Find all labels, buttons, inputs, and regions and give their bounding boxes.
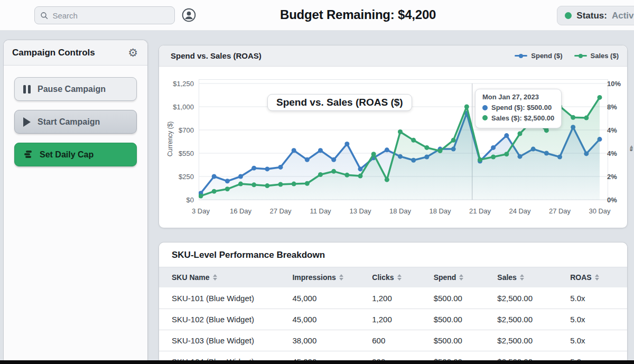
data-point[interactable] [251,182,256,187]
data-point[interactable] [331,169,336,174]
data-point[interactable] [305,181,310,186]
table-cell: 1,200 [372,294,433,303]
data-point[interactable] [292,148,296,153]
data-point[interactable] [491,155,496,160]
data-point[interactable] [251,166,256,171]
data-point[interactable] [265,166,269,171]
column-label: Clicks [372,273,394,282]
data-point[interactable] [318,172,323,177]
data-point[interactable] [598,95,602,100]
data-point[interactable] [331,157,336,162]
table-cell: 5.0x [570,294,627,303]
data-point[interactable] [478,157,482,162]
table-cell: 600 [372,336,433,345]
pause-campaign-button[interactable]: Pause Campaign [14,77,137,101]
column-header-sales[interactable]: Sales [497,273,570,282]
data-point[interactable] [504,133,509,138]
x-tick: 18 Day [389,207,411,215]
data-point[interactable] [225,179,230,183]
set-daily-cap-button[interactable]: Set Daily Cap [14,143,137,166]
search-input[interactable] [52,11,169,20]
data-point[interactable] [385,178,389,182]
x-tick: 16 Day [230,207,251,215]
data-point[interactable] [411,138,416,143]
data-point[interactable] [265,183,269,188]
data-point[interactable] [318,148,323,153]
data-point[interactable] [491,145,496,150]
series-dot-icon [482,115,488,120]
sort-icon [397,274,402,281]
data-point[interactable] [358,166,363,171]
column-header-roas[interactable]: ROAS [570,273,627,282]
data-point[interactable] [358,174,363,179]
data-point[interactable] [464,105,469,109]
table-cell: 1,200 [372,315,433,324]
data-point[interactable] [278,165,283,170]
legend-label: Sales ($) [591,52,619,60]
data-point[interactable] [385,147,389,152]
column-label: Sales [497,273,517,282]
data-point[interactable] [278,182,283,186]
top-bar: Budget Remaining: $4,200 Status: Active [0,0,634,31]
data-point[interactable] [212,174,217,179]
status-value: Active [612,11,634,21]
start-campaign-button[interactable]: Start Campaign [14,110,137,134]
x-tick: 24 Day [509,207,530,215]
table-cell: SKU-101 (Blue Widget) [172,294,292,303]
column-label: SKU Name [172,273,210,282]
status-badge: Status: Active [557,6,634,25]
search-icon [40,11,48,20]
x-tick: 21 Day [469,207,491,215]
data-point[interactable] [451,138,456,143]
x-axis-ticks: 3 Day16 Day27 Day11 Day13 Day18 Day18 Da… [199,207,608,218]
user-avatar-icon[interactable] [182,8,196,22]
data-point[interactable] [344,142,349,146]
button-label: Set Daily Cap [40,150,94,160]
column-header-impressions[interactable]: Impressions [292,273,372,282]
secondary-y-axis-ticks: 10%8%4%4%2%0% [607,79,625,204]
data-point[interactable] [584,116,589,120]
data-point[interactable] [225,186,230,191]
button-label: Start Campaign [38,117,100,127]
table-cell: SKU-102 (Blue Widget) [172,315,292,324]
data-point[interactable] [518,132,523,136]
data-point[interactable] [438,148,443,153]
data-point[interactable] [292,182,296,186]
x-tick: 30 Day [589,207,610,215]
sort-icon [595,274,599,281]
data-point[interactable] [212,189,217,194]
tooltip-row: Sales ($): $2,500.00 [482,113,554,124]
cursor-icon: ✐ [627,144,634,154]
y-tick: $700 [179,126,194,134]
legend-item-spend[interactable]: Spend ($) [515,52,562,60]
table-cell: 38,000 [292,336,372,345]
data-point[interactable] [238,174,243,179]
data-point[interactable] [238,182,243,186]
legend-label: Spend ($) [531,52,562,60]
table-cell: $500.00 [434,315,498,324]
y2-tick: 10% [607,80,621,88]
column-header-spend[interactable]: Spend [434,273,498,282]
data-point[interactable] [571,115,575,120]
sku-table-card: SKU-Level Performance Breakdown SKU Name… [158,242,628,364]
coins-icon [23,150,33,159]
table-cell: $500.00 [434,294,498,303]
data-point[interactable] [305,157,310,162]
y-tick: $0 [187,196,194,204]
data-point[interactable] [424,145,429,150]
sidebar-buttons: Pause CampaignStart CampaignSet Daily Ca… [4,66,147,178]
search-box[interactable] [34,6,175,24]
y2-tick: 8% [607,103,617,111]
chart-legend: Spend ($)Sales ($) [515,52,619,60]
data-point[interactable] [544,128,549,133]
data-point[interactable] [504,152,509,156]
data-point[interactable] [371,152,376,156]
gear-icon[interactable]: ⚙ [128,47,138,58]
data-point[interactable] [344,173,349,178]
x-tick: 3 Day [192,207,210,215]
column-header-sku-name[interactable]: SKU Name [172,273,292,282]
column-label: Impressions [292,273,335,282]
legend-item-sales[interactable]: Sales ($) [574,52,619,60]
data-point[interactable] [398,129,403,134]
column-header-clicks[interactable]: Clicks [372,273,433,282]
